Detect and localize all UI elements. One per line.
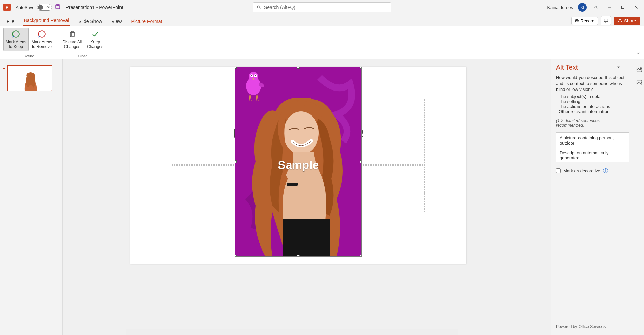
resize-handle-bm[interactable] <box>297 255 300 257</box>
pane-close-button[interactable] <box>625 65 629 71</box>
autosave-state: Off <box>47 6 51 9</box>
tab-background-removal[interactable]: Background Removal <box>23 16 70 26</box>
record-button[interactable]: Record <box>571 17 598 25</box>
tab-slide-show[interactable]: Slide Show <box>78 17 103 26</box>
titlebar-right: Kainat Idrees KI <box>547 3 641 12</box>
comments-button[interactable] <box>601 16 611 25</box>
tab-view[interactable]: View <box>111 17 122 26</box>
toggle-knob <box>38 5 43 10</box>
tab-file[interactable]: File <box>6 17 15 26</box>
svg-rect-6 <box>622 6 624 9</box>
alt-text-input[interactable]: A picture containing person, outdoor Des… <box>556 132 629 162</box>
thumbnail-slide-1[interactable] <box>7 65 52 91</box>
close-button[interactable] <box>632 3 641 12</box>
person-image <box>235 98 362 257</box>
resize-handle-ml[interactable] <box>235 160 237 163</box>
resize-handle-br[interactable] <box>360 255 362 257</box>
search-wrap: Search (Alt+Q) <box>253 2 391 12</box>
keep-changes-button[interactable]: Keep Changes <box>85 28 106 51</box>
pencil-minus-icon <box>37 29 46 39</box>
svg-line-3 <box>260 8 261 9</box>
slide-canvas-area[interactable]: ( e <box>63 59 551 335</box>
title-bar: P AutoSave Off Presentation1 - PowerPoin… <box>0 0 644 15</box>
document-title: Presentation1 - PowerPoint <box>65 5 123 10</box>
alt-text-bullets: - The subject(s) in detail - The setting… <box>556 94 629 114</box>
share-icon <box>618 18 622 23</box>
ribbon-group-refine: Mark Areas to Keep Mark Areas to Remove … <box>2 28 56 59</box>
ribbon-group-label-close: Close <box>78 54 88 59</box>
main-area: 1 ( e <box>0 59 644 335</box>
format-pane-icon[interactable] <box>636 79 643 86</box>
alt-text-header: Alt Text <box>556 63 629 71</box>
svg-rect-28 <box>283 219 330 257</box>
mark-decorative-checkbox[interactable] <box>556 168 561 173</box>
chevron-down-icon <box>636 51 641 56</box>
alt-text-hint: (1-2 detailed sentences recommended) <box>556 118 629 128</box>
close-icon <box>625 65 629 69</box>
resize-handle-bl[interactable] <box>235 255 237 257</box>
titlebar-left: P AutoSave Off Presentation1 - PowerPoin… <box>3 4 123 11</box>
slide: ( e <box>130 67 466 264</box>
resize-handle-tm[interactable] <box>297 67 300 69</box>
powered-by-label: Powered by Office Services <box>556 324 629 331</box>
share-button[interactable]: Share <box>614 17 640 25</box>
coming-soon-icon[interactable] <box>591 3 600 12</box>
svg-point-33 <box>640 68 641 69</box>
mark-areas-to-keep-button[interactable]: Mark Areas to Keep <box>3 28 29 51</box>
avatar[interactable]: KI <box>578 3 587 12</box>
right-side-rail <box>634 59 644 335</box>
designer-icon[interactable] <box>636 66 643 73</box>
svg-point-26 <box>255 75 256 76</box>
svg-point-27 <box>284 111 319 155</box>
resize-handle-tl[interactable] <box>235 67 237 69</box>
horizontal-scrollbar[interactable] <box>126 329 458 335</box>
user-name: Kainat Idrees <box>547 5 573 10</box>
sample-watermark-text: Sample <box>235 158 361 172</box>
discard-all-changes-button[interactable]: Discard All Changes <box>60 28 84 51</box>
mark-areas-to-remove-button[interactable]: Mark Areas to Remove <box>29 28 55 51</box>
resize-handle-mr[interactable] <box>360 160 362 163</box>
record-icon <box>575 19 579 22</box>
alt-text-pane: Alt Text How would you describe this obj… <box>551 59 634 335</box>
comment-icon <box>603 18 609 23</box>
minimize-button[interactable] <box>605 3 614 12</box>
selected-picture[interactable]: Sample <box>235 67 362 257</box>
svg-rect-9 <box>604 19 608 21</box>
svg-rect-15 <box>70 32 74 37</box>
ribbon: Mark Areas to Keep Mark Areas to Remove … <box>0 26 644 59</box>
pencil-plus-icon <box>11 29 20 39</box>
info-icon[interactable]: i <box>603 168 608 173</box>
checkmark-icon <box>91 29 99 39</box>
thumbnail-slide-1-wrap: 1 <box>3 65 60 91</box>
maximize-button[interactable] <box>618 3 627 12</box>
resize-handle-tr[interactable] <box>360 67 362 69</box>
autosave-toggle[interactable]: Off <box>37 4 52 11</box>
search-icon <box>257 5 261 10</box>
thumbnail-preview-image <box>21 70 41 91</box>
svg-rect-1 <box>57 5 59 6</box>
tabstrip-right: Record Share <box>571 16 640 25</box>
trash-icon <box>68 29 76 39</box>
search-input[interactable]: Search (Alt+Q) <box>253 2 391 12</box>
thumbnail-panel: 1 <box>0 59 63 335</box>
svg-point-2 <box>257 6 260 8</box>
alt-text-question: How would you describe this object and i… <box>556 75 629 93</box>
tab-picture-format[interactable]: Picture Format <box>131 17 163 26</box>
chevron-down-icon <box>616 65 620 69</box>
powerpoint-app-icon: P <box>3 4 11 11</box>
tab-strip: File Background Removal Slide Show View … <box>0 15 644 26</box>
ribbon-group-label-refine: Refine <box>24 54 34 59</box>
autosave-label: AutoSave <box>16 5 34 10</box>
save-icon[interactable] <box>55 4 61 11</box>
ribbon-group-close: Discard All Changes Keep Changes Close <box>59 28 107 59</box>
pane-options-button[interactable] <box>616 65 620 71</box>
thumbnail-number: 1 <box>3 65 5 91</box>
mark-decorative-row[interactable]: Mark as decorative i <box>556 168 629 173</box>
ribbon-collapse-button[interactable] <box>636 51 641 57</box>
ribbon-separator <box>57 30 57 52</box>
svg-point-24 <box>251 75 252 76</box>
search-placeholder: Search (Alt+Q) <box>264 5 295 10</box>
svg-rect-29 <box>287 183 298 186</box>
svg-point-4 <box>596 6 597 6</box>
alt-text-title: Alt Text <box>556 63 578 71</box>
